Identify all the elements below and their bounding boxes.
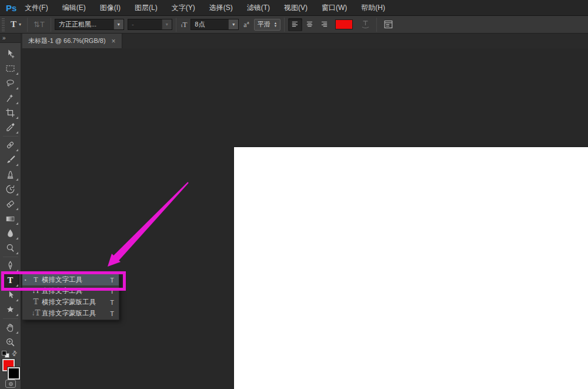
dodge-icon xyxy=(5,242,16,254)
align-right-icon xyxy=(319,19,329,29)
menu-item[interactable]: 滤镜(T) xyxy=(247,3,270,13)
align-center-button[interactable] xyxy=(302,18,316,31)
menu-item[interactable]: 文件(F) xyxy=(25,3,48,13)
eraser-icon xyxy=(5,198,16,210)
font-size-icon: tT xyxy=(181,20,187,29)
menu-item[interactable]: 选择(S) xyxy=(209,3,233,13)
tool-lasso[interactable] xyxy=(2,76,19,91)
tool-eyedropper[interactable] xyxy=(2,120,19,135)
tool-hand[interactable] xyxy=(2,320,19,335)
tool-crop[interactable] xyxy=(2,105,19,120)
tool-spot-healing-brush[interactable] xyxy=(2,138,19,152)
align-center-icon xyxy=(305,19,315,29)
tool-brush[interactable] xyxy=(2,152,19,167)
tool-rectangular-marquee[interactable] xyxy=(2,61,19,76)
document-tab-bar: 未标题-1 @ 66.7%(RGB/8) × xyxy=(21,34,588,48)
custom-shape-icon xyxy=(5,304,16,315)
type-tool-icon: T xyxy=(11,19,16,29)
tool-clone-stamp[interactable] xyxy=(2,167,19,182)
eyedropper-icon xyxy=(5,122,16,133)
tool-history-brush[interactable] xyxy=(2,182,19,197)
double-chevron-icon: » xyxy=(2,35,5,41)
quick-mask-mode-button[interactable] xyxy=(5,380,16,388)
flyout-item-shortcut: T xyxy=(110,310,116,317)
chevron-down-icon: ▾ xyxy=(19,22,21,27)
warp-text-button[interactable] xyxy=(358,18,373,31)
gradient-icon xyxy=(5,213,16,224)
options-bar-grip-icon[interactable] xyxy=(2,18,5,31)
flyout-item-横排文字蒙版工具[interactable]: 𝕋横排文字蒙版工具T xyxy=(22,297,119,308)
spinner-arrows-icon: ▲ ▼ xyxy=(274,22,277,28)
marquee-icon xyxy=(5,63,16,74)
tool-magic-wand[interactable] xyxy=(2,91,19,105)
font-size-select[interactable]: 8点 ▾ xyxy=(191,19,239,30)
flyout-item-label: 直排文字蒙版工具 xyxy=(42,309,110,318)
warp-text-icon xyxy=(360,19,371,30)
swap-colors-icon[interactable]: ⇄ xyxy=(10,349,19,358)
spot-healing-icon xyxy=(5,139,16,151)
menu-item[interactable]: 文字(Y) xyxy=(172,3,195,13)
font-style-dropdown-button[interactable]: ▾ xyxy=(162,19,172,29)
font-size-value: 8点 xyxy=(191,19,228,29)
menu-item[interactable]: 窗口(W) xyxy=(322,3,347,13)
type-variant-icon: ↓𝕋 xyxy=(30,309,42,318)
background-color-swatch[interactable] xyxy=(8,367,20,380)
tool-preset-picker[interactable]: T ▾ xyxy=(8,18,24,31)
magic-wand-icon xyxy=(5,92,16,104)
menu-item[interactable]: 图层(L) xyxy=(135,3,158,13)
work-area xyxy=(21,48,588,389)
chevron-down-icon: ▾ xyxy=(166,22,168,27)
character-paragraph-panels-icon xyxy=(383,19,394,30)
menu-item[interactable]: 帮助(H) xyxy=(361,3,385,13)
font-family-select[interactable]: 方正正粗黑... ▾ xyxy=(55,19,124,30)
toggle-panels-button[interactable] xyxy=(380,18,396,31)
lasso-icon xyxy=(5,78,16,89)
photoshop-logo: Ps xyxy=(6,3,16,13)
anti-alias-icon: aa xyxy=(243,19,249,29)
blur-icon xyxy=(5,228,16,239)
canvas[interactable] xyxy=(234,147,588,389)
quick-mask-icon xyxy=(9,382,13,386)
tool-dodge[interactable] xyxy=(2,241,19,255)
brush-icon xyxy=(5,154,16,165)
type-variant-icon: 𝕋 xyxy=(30,298,42,307)
tool-blur[interactable] xyxy=(2,226,19,241)
font-size-dropdown-button[interactable]: ▾ xyxy=(228,19,238,29)
tool-gradient[interactable] xyxy=(2,211,19,226)
chevron-down-icon: ▾ xyxy=(118,22,120,27)
tool-move[interactable] xyxy=(2,46,19,61)
pen-icon xyxy=(5,260,16,271)
separator xyxy=(284,18,285,32)
font-family-value: 方正正粗黑... xyxy=(55,19,113,29)
font-style-select[interactable]: - ▾ xyxy=(128,19,172,30)
font-style-value: - xyxy=(128,19,162,29)
flyout-item-直排文字蒙版工具[interactable]: ↓𝕋直排文字蒙版工具T xyxy=(22,308,119,319)
toolbar-separator xyxy=(3,136,18,137)
align-right-button[interactable] xyxy=(316,18,330,31)
tool-zoom[interactable] xyxy=(2,335,19,350)
chevron-down-icon: ▾ xyxy=(232,22,235,27)
menu-item[interactable]: 图像(I) xyxy=(100,3,121,13)
path-selection-icon xyxy=(5,290,16,301)
document-tab[interactable]: 未标题-1 @ 66.7%(RGB/8) × xyxy=(22,34,122,48)
hand-icon xyxy=(5,322,16,333)
collapse-panel-button[interactable]: » xyxy=(0,34,21,43)
close-icon[interactable]: × xyxy=(112,38,116,45)
toolbar-separator xyxy=(3,257,18,257)
crop-icon xyxy=(5,107,16,118)
anti-alias-select[interactable]: 平滑 ▲ ▼ xyxy=(254,19,280,31)
toolbar-separator xyxy=(3,318,18,319)
tool-eraser[interactable] xyxy=(2,197,19,211)
default-colors-icon[interactable] xyxy=(2,351,9,358)
font-family-dropdown-button[interactable]: ▾ xyxy=(113,19,123,29)
toggle-text-orientation-button[interactable]: ⇅T xyxy=(31,18,47,31)
flyout-item-shortcut: T xyxy=(110,299,116,306)
align-left-button[interactable] xyxy=(288,18,302,31)
menu-item[interactable]: 视图(V) xyxy=(284,3,308,13)
align-left-icon xyxy=(290,19,300,29)
text-color-swatch[interactable] xyxy=(335,19,353,29)
separator xyxy=(27,18,28,32)
menu-item[interactable]: 编辑(E) xyxy=(62,3,86,13)
tool-custom-shape[interactable] xyxy=(2,302,19,317)
clone-stamp-icon xyxy=(5,169,16,180)
